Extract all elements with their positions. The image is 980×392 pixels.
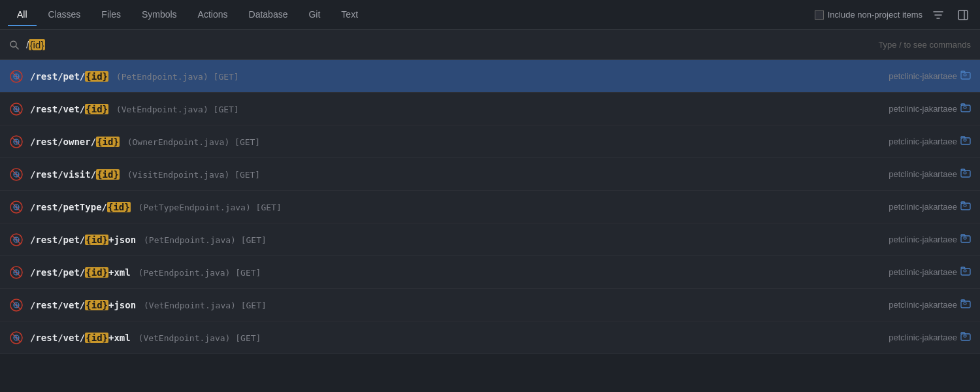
path-highlight: {id} [85, 71, 108, 82]
path-meta: (PetTypeEndpoint.java) [GET] [133, 203, 282, 212]
path-prefix: /rest/pet/ [30, 235, 85, 245]
result-item[interactable]: /rest/vet/{id}+json (VetEndpoint.java) [… [0, 289, 980, 321]
path-meta: (VetEndpoint.java) [GET] [139, 301, 267, 310]
tab-git[interactable]: Git [299, 4, 329, 26]
result-module: petclinic-jakartaee [889, 267, 971, 278]
result-item[interactable]: /rest/visit/{id} (VisitEndpoint.java) [G… [0, 158, 980, 191]
path-prefix: /rest/pet/ [30, 267, 85, 278]
path-prefix: /rest/visit/ [30, 169, 96, 180]
result-path: /rest/visit/{id} (VisitEndpoint.java) [G… [30, 169, 878, 180]
module-folder-icon [960, 169, 971, 180]
search-bar: /{id} Type / to see commands [0, 30, 980, 60]
path-suffix: +json [108, 300, 136, 310]
module-name: petclinic-jakartaee [889, 333, 957, 342]
collapse-icon[interactable] [954, 7, 972, 23]
search-icon [9, 40, 20, 50]
path-prefix: /rest/vet/ [30, 300, 85, 310]
tab-classes[interactable]: Classes [39, 4, 90, 26]
tab-text[interactable]: Text [332, 4, 367, 26]
result-item[interactable]: /rest/owner/{id} (OwnerEndpoint.java) [G… [0, 125, 980, 158]
result-module: petclinic-jakartaee [889, 103, 971, 114]
route-icon [9, 135, 24, 149]
path-suffix: +xml [108, 267, 131, 278]
module-folder-icon [960, 71, 971, 82]
svg-rect-22 [964, 139, 966, 141]
path-prefix: /rest/petType/ [30, 202, 107, 212]
search-query-highlight: {id} [29, 39, 45, 50]
path-highlight: {id} [85, 333, 108, 343]
module-name: petclinic-jakartaee [889, 71, 957, 81]
svg-rect-29 [964, 172, 966, 174]
module-folder-icon [960, 103, 971, 114]
tab-extras: Include non-project items [815, 7, 972, 23]
route-icon [9, 102, 24, 116]
result-module: petclinic-jakartaee [889, 299, 971, 310]
module-folder-icon [960, 234, 971, 245]
result-item[interactable]: /rest/petType/{id} (PetTypeEndpoint.java… [0, 191, 980, 223]
result-path: /rest/pet/{id}+xml (PetEndpoint.java) [G… [30, 267, 878, 278]
include-non-project-text: Include non-project items [828, 10, 923, 20]
include-non-project-checkbox[interactable] [815, 10, 824, 20]
result-path: /rest/owner/{id} (OwnerEndpoint.java) [G… [30, 137, 878, 147]
result-module: petclinic-jakartaee [889, 169, 971, 180]
path-meta: (PetEndpoint.java) [GET] [139, 235, 267, 245]
include-non-project-label[interactable]: Include non-project items [815, 10, 923, 20]
route-icon [9, 167, 24, 182]
result-module: petclinic-jakartaee [889, 201, 971, 212]
svg-point-1 [10, 41, 16, 47]
path-prefix: /rest/vet/ [30, 333, 85, 343]
result-path: /rest/vet/{id} (VetEndpoint.java) [GET] [30, 104, 878, 114]
module-folder-icon [960, 299, 971, 310]
svg-rect-57 [964, 302, 966, 304]
result-item[interactable]: /rest/pet/{id}+xml (PetEndpoint.java) [G… [0, 256, 980, 289]
tab-all[interactable]: All [8, 4, 37, 26]
tab-actions[interactable]: Actions [189, 4, 237, 26]
tab-symbols[interactable]: Symbols [133, 4, 186, 26]
result-item[interactable]: /rest/vet/{id} (VetEndpoint.java) [GET] … [0, 93, 980, 125]
path-meta: (PetEndpoint.java) [GET] [111, 72, 239, 82]
result-module: petclinic-jakartaee [889, 332, 971, 343]
svg-rect-15 [964, 106, 966, 108]
tab-database[interactable]: Database [240, 4, 297, 26]
result-path: /rest/petType/{id} (PetTypeEndpoint.java… [30, 202, 878, 212]
result-path: /rest/vet/{id}+json (VetEndpoint.java) [… [30, 300, 878, 310]
module-folder-icon [960, 201, 971, 212]
svg-rect-8 [964, 74, 966, 76]
result-module: petclinic-jakartaee [889, 136, 971, 147]
path-highlight: {id} [85, 300, 108, 310]
path-highlight: {id} [96, 137, 120, 147]
result-item[interactable]: /rest/pet/{id} (PetEndpoint.java) [GET] … [0, 60, 980, 93]
path-meta: (PetEndpoint.java) [GET] [133, 268, 261, 278]
path-highlight: {id} [85, 104, 108, 114]
path-highlight: {id} [107, 202, 131, 212]
path-meta: (VetEndpoint.java) [GET] [111, 105, 239, 114]
result-path: /rest/vet/{id}+xml (VetEndpoint.java) [G… [30, 333, 878, 343]
module-folder-icon [960, 136, 971, 147]
filter-icon[interactable] [929, 7, 947, 23]
svg-rect-50 [964, 270, 966, 272]
svg-rect-43 [964, 237, 966, 239]
path-prefix: /rest/owner/ [30, 137, 96, 147]
path-meta: (VisitEndpoint.java) [GET] [122, 170, 260, 180]
path-highlight: {id} [96, 169, 120, 180]
module-folder-icon [960, 332, 971, 343]
result-path: /rest/pet/{id}+json (PetEndpoint.java) [… [30, 235, 878, 245]
tabs-bar: All Classes Files Symbols Actions Databa… [0, 0, 980, 30]
result-item[interactable]: /rest/vet/{id}+xml (VetEndpoint.java) [G… [0, 321, 980, 354]
result-module: petclinic-jakartaee [889, 71, 971, 82]
route-icon [9, 265, 24, 280]
result-module: petclinic-jakartaee [889, 234, 971, 245]
tab-files[interactable]: Files [92, 4, 130, 26]
path-meta: (VetEndpoint.java) [GET] [133, 333, 261, 343]
path-meta: (OwnerEndpoint.java) [GET] [122, 137, 260, 147]
module-name: petclinic-jakartaee [889, 300, 957, 310]
route-icon [9, 69, 24, 84]
module-name: petclinic-jakartaee [889, 235, 957, 244]
route-icon [9, 200, 24, 214]
path-highlight: {id} [85, 235, 108, 245]
search-input[interactable]: /{id} [26, 39, 872, 50]
path-prefix: /rest/pet/ [30, 71, 85, 82]
result-item[interactable]: /rest/pet/{id}+json (PetEndpoint.java) [… [0, 223, 980, 256]
module-name: petclinic-jakartaee [889, 137, 957, 146]
svg-rect-64 [964, 335, 966, 337]
